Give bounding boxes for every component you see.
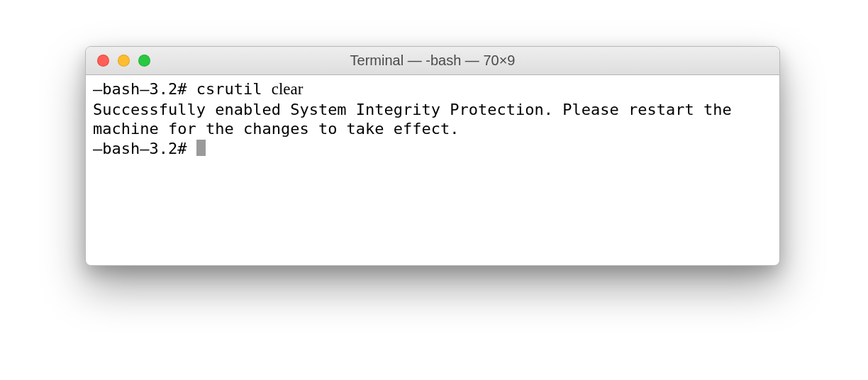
- command-text: csrutil: [196, 80, 272, 98]
- shell-prompt: –bash–3.2#: [93, 80, 196, 98]
- cursor-icon: [196, 140, 206, 156]
- terminal-line: –bash–3.2# csrutil clear: [93, 79, 772, 100]
- terminal-content[interactable]: –bash–3.2# csrutil clearSuccessfully ena…: [86, 75, 779, 162]
- terminal-line: –bash–3.2#: [93, 139, 772, 159]
- close-button[interactable]: [97, 55, 109, 67]
- terminal-window: Terminal — -bash — 70×9 –bash–3.2# csrut…: [85, 46, 780, 266]
- window-titlebar[interactable]: Terminal — -bash — 70×9: [86, 47, 779, 75]
- command-text-arg: clear: [272, 80, 304, 98]
- traffic-lights: [86, 55, 150, 67]
- shell-prompt: –bash–3.2#: [93, 140, 196, 157]
- window-title: Terminal — -bash — 70×9: [86, 52, 779, 69]
- minimize-button[interactable]: [118, 55, 130, 67]
- terminal-output: Successfully enabled System Integrity Pr…: [93, 100, 772, 139]
- zoom-button[interactable]: [138, 55, 150, 67]
